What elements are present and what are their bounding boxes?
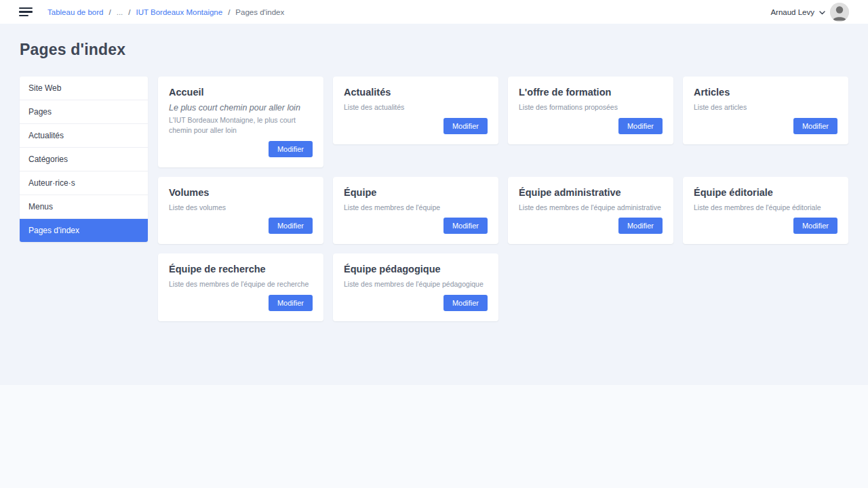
avatar[interactable] xyxy=(830,3,849,22)
sidebar-item-menus[interactable]: Menus xyxy=(20,195,148,219)
card-title: Articles xyxy=(694,87,837,98)
sidebar-item-actualites[interactable]: Actualités xyxy=(20,124,148,148)
card-description: Liste des formations proposées xyxy=(519,102,663,113)
card-offre-de-formation: L'offre de formation Liste des formation… xyxy=(508,77,673,144)
modify-button[interactable]: Modifier xyxy=(793,218,837,234)
card-description: Liste des volumes xyxy=(169,203,313,213)
card-equipe-administrative: Équipe administrative Liste des membres … xyxy=(508,177,673,245)
card-title: Volumes xyxy=(169,187,313,198)
user-name: Arnaud Levy xyxy=(770,8,814,16)
breadcrumb: Tableau de bord / ... / IUT Bordeaux Mon… xyxy=(47,8,284,16)
modify-button[interactable]: Modifier xyxy=(443,295,488,311)
sidebar-item-auteurs[interactable]: Auteur·rice·s xyxy=(20,171,148,195)
sidebar-item-pages[interactable]: Pages xyxy=(20,100,148,124)
card-equipe-pedagogique: Équipe pédagogique Liste des membres de … xyxy=(333,253,498,321)
user-menu[interactable]: Arnaud Levy xyxy=(770,3,849,22)
breadcrumb-current-page: Pages d'index xyxy=(235,8,284,16)
modify-button[interactable]: Modifier xyxy=(269,141,313,157)
card-description: Liste des membres de l'équipe éditoriale xyxy=(694,203,837,213)
card-title: Équipe xyxy=(344,187,488,198)
card-description: Liste des membres de l'équipe de recherc… xyxy=(169,279,313,289)
modify-button[interactable]: Modifier xyxy=(443,218,488,234)
page-title: Pages d'index xyxy=(20,41,848,59)
sidebar-item-categories[interactable]: Catégories xyxy=(20,148,148,171)
card-equipe: Équipe Liste des membres de l'équipe Mod… xyxy=(333,177,498,245)
card-equipe-editoriale: Équipe éditoriale Liste des membres de l… xyxy=(683,177,848,245)
breadcrumb-site-link[interactable]: IUT Bordeaux Montaigne xyxy=(136,8,222,16)
hamburger-menu-icon[interactable] xyxy=(19,7,33,17)
card-title: Équipe éditoriale xyxy=(694,187,837,198)
modify-button[interactable]: Modifier xyxy=(443,118,488,134)
breadcrumb-separator: / xyxy=(128,8,130,16)
top-bar: Tableau de bord / ... / IUT Bordeaux Mon… xyxy=(0,0,868,24)
sidebar-item-site-web[interactable]: Site Web xyxy=(20,77,148,100)
main-content: Pages d'index Site Web Pages Actualités … xyxy=(0,24,868,385)
card-description: Liste des membres de l'équipe xyxy=(344,203,488,213)
card-accueil: Accueil Le plus court chemin pour aller … xyxy=(158,77,323,167)
card-description: Liste des membres de l'équipe administra… xyxy=(519,203,663,213)
modify-button[interactable]: Modifier xyxy=(269,218,313,234)
breadcrumb-separator: / xyxy=(228,8,230,16)
breadcrumb-separator: / xyxy=(108,8,111,16)
card-title: Accueil xyxy=(169,87,313,98)
breadcrumb-dashboard-link[interactable]: Tableau de bord xyxy=(47,8,103,16)
card-title: L'offre de formation xyxy=(519,87,663,98)
sidebar-item-pages-index[interactable]: Pages d'index xyxy=(20,219,148,242)
card-subtitle: Le plus court chemin pour aller loin xyxy=(169,102,313,113)
index-pages-grid: Accueil Le plus court chemin pour aller … xyxy=(158,77,848,321)
card-articles: Articles Liste des articles Modifier xyxy=(683,77,848,144)
card-description: L'IUT Bordeaux Montaigne, le plus court … xyxy=(169,115,313,135)
card-description: Liste des membres de l'équipe pédagogiqu… xyxy=(344,279,488,289)
modify-button[interactable]: Modifier xyxy=(618,218,663,234)
modify-button[interactable]: Modifier xyxy=(793,118,837,134)
card-title: Équipe administrative xyxy=(519,187,663,198)
card-equipe-de-recherche: Équipe de recherche Liste des membres de… xyxy=(158,253,323,321)
section-sidebar: Site Web Pages Actualités Catégories Aut… xyxy=(20,77,148,242)
card-actualites: Actualités Liste des actualités Modifier xyxy=(333,77,498,144)
card-description: Liste des actualités xyxy=(344,102,488,113)
card-description: Liste des articles xyxy=(694,102,837,113)
modify-button[interactable]: Modifier xyxy=(269,295,313,311)
card-title: Équipe de recherche xyxy=(169,264,313,274)
breadcrumb-ellipsis[interactable]: ... xyxy=(117,8,123,16)
card-title: Actualités xyxy=(344,87,488,98)
card-title: Équipe pédagogique xyxy=(344,264,488,274)
card-volumes: Volumes Liste des volumes Modifier xyxy=(158,177,323,245)
chevron-down-icon xyxy=(819,11,825,15)
modify-button[interactable]: Modifier xyxy=(618,118,663,134)
